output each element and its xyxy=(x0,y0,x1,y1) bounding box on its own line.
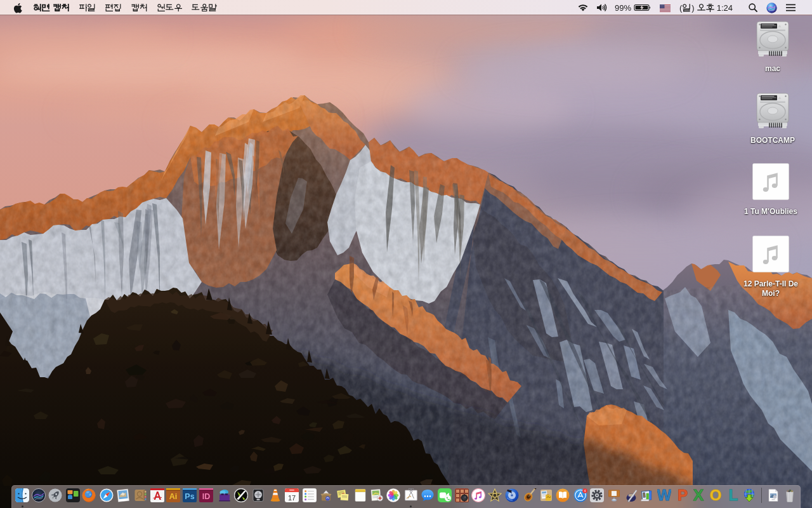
svg-text:Ai: Ai xyxy=(169,492,177,501)
svg-text:17: 17 xyxy=(288,494,296,502)
svg-text:W: W xyxy=(657,488,671,502)
svg-text:O: O xyxy=(710,488,722,502)
svg-text:ID: ID xyxy=(202,492,210,501)
svg-text:Ps: Ps xyxy=(185,492,194,501)
svg-text:L: L xyxy=(729,488,738,502)
svg-text:P: P xyxy=(677,488,687,502)
svg-text:X: X xyxy=(693,488,704,502)
